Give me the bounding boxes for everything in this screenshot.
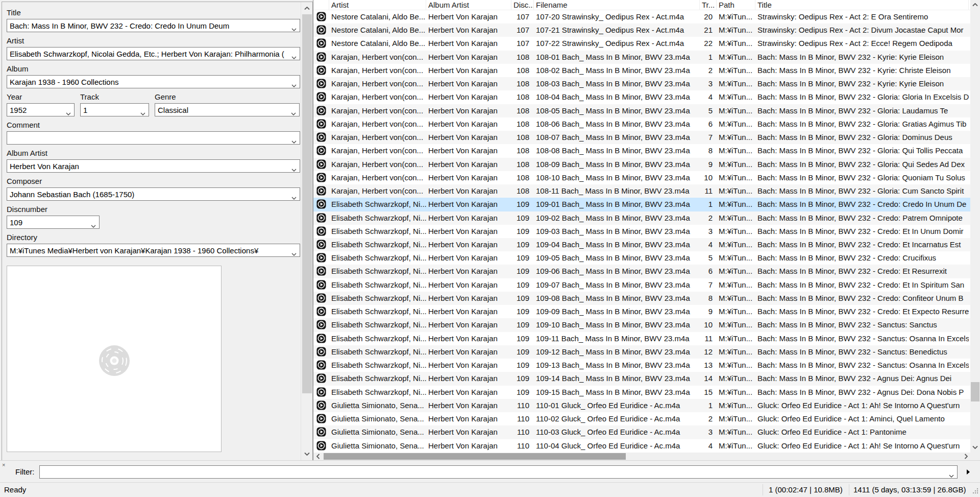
title-input[interactable] [7, 19, 300, 32]
year-combobox[interactable] [7, 103, 75, 116]
scroll-up-icon[interactable] [301, 3, 313, 13]
filter-close-icon[interactable]: × [2, 462, 5, 467]
scroll-left-icon[interactable] [314, 453, 323, 460]
table-row[interactable]: Giulietta Simionato, Sena... Herbert Von… [313, 412, 970, 425]
table-row[interactable]: Giulietta Simionato, Sena... Herbert Von… [313, 425, 970, 439]
table-row[interactable]: Elisabeth Schwarzkopf, Ni... Herbert Von… [313, 345, 970, 359]
table-row[interactable]: Elisabeth Schwarzkopf, Ni... Herbert Von… [313, 386, 970, 399]
table-row[interactable]: Elisabeth Schwarzkopf, Ni... Herbert Von… [313, 211, 970, 225]
cell-path: M:¥iTun... [717, 117, 755, 131]
resize-grip[interactable] [972, 487, 979, 496]
column-header-title[interactable]: Title [755, 0, 969, 10]
chevron-down-icon[interactable] [291, 164, 297, 168]
composer-combobox[interactable] [7, 187, 300, 201]
cell-artist: Elisabeth Schwarzkopf, Ni... [329, 359, 426, 372]
table-row[interactable]: Nestore Catalani, Aldo Be... Herbert Von… [313, 23, 970, 37]
column-header-filename[interactable]: Filename [534, 0, 700, 10]
discnumber-label: Discnumber [7, 205, 300, 214]
chevron-down-icon[interactable] [291, 52, 297, 55]
table-row[interactable]: Elisabeth Schwarzkopf, Ni... Herbert Von… [313, 332, 970, 345]
table-row[interactable]: Karajan, Herbert von(con... Herbert Von … [313, 77, 970, 90]
genre-input[interactable] [155, 104, 299, 116]
chevron-down-icon[interactable] [66, 108, 71, 111]
table-row[interactable]: Giulietta Simionato, Sena... Herbert Von… [313, 439, 970, 453]
album-combobox[interactable] [7, 75, 300, 88]
table-row[interactable]: Nestore Catalani, Aldo Be... Herbert Von… [313, 10, 970, 23]
chevron-down-icon[interactable] [291, 80, 297, 83]
chevron-down-icon[interactable] [949, 470, 954, 474]
scrollbar-thumb[interactable] [324, 453, 626, 460]
comment-combobox[interactable] [7, 131, 300, 145]
cell-filename: 109-01 Bach_ Mass In B Minor, BWV 23.m4a [534, 198, 700, 211]
scrollbar-thumb[interactable] [302, 14, 312, 393]
directory-input[interactable] [7, 244, 300, 256]
track-input[interactable] [81, 104, 149, 116]
composer-input[interactable] [7, 188, 300, 200]
album-artist-input[interactable] [7, 160, 300, 172]
chevron-down-icon[interactable] [91, 221, 96, 224]
table-row[interactable]: Karajan, Herbert von(con... Herbert Von … [313, 131, 970, 144]
table-row[interactable]: Elisabeth Schwarzkopf, Ni... Herbert Von… [313, 292, 970, 305]
table-row[interactable]: Elisabeth Schwarzkopf, Ni... Herbert Von… [313, 251, 970, 265]
table-row[interactable]: Elisabeth Schwarzkopf, Ni... Herbert Von… [313, 225, 970, 238]
table-row[interactable]: Karajan, Herbert von(con... Herbert Von … [313, 90, 970, 104]
column-header-path[interactable]: Path [717, 0, 755, 10]
cell-artist: Karajan, Herbert von(con... [329, 51, 426, 64]
table-row[interactable]: Karajan, Herbert von(con... Herbert Von … [313, 51, 970, 64]
album-input[interactable] [7, 76, 300, 88]
scroll-right-icon[interactable] [962, 453, 970, 460]
chevron-down-icon[interactable] [140, 108, 145, 111]
chevron-down-icon[interactable] [291, 193, 297, 196]
column-header-album_artist[interactable]: Album Artist [426, 0, 511, 10]
chevron-down-icon[interactable] [291, 24, 297, 27]
title-combobox[interactable] [7, 19, 300, 32]
table-row[interactable]: Elisabeth Schwarzkopf, Ni... Herbert Von… [313, 278, 970, 292]
table-row[interactable]: Karajan, Herbert von(con... Herbert Von … [313, 104, 970, 117]
table-row[interactable]: Karajan, Herbert von(con... Herbert Von … [313, 184, 970, 198]
column-header-disc[interactable]: Disc... [511, 0, 534, 10]
table-row[interactable]: Karajan, Herbert von(con... Herbert Von … [313, 117, 970, 131]
genre-combobox[interactable] [155, 103, 300, 116]
list-vertical-scrollbar[interactable] [970, 0, 980, 453]
table-row[interactable]: Giulietta Simionato, Sena... Herbert Von… [313, 399, 970, 412]
comment-input[interactable] [7, 132, 300, 144]
filter-input[interactable] [40, 466, 957, 478]
table-row[interactable]: Karajan, Herbert von(con... Herbert Von … [313, 64, 970, 77]
scrollbar-thumb[interactable] [971, 382, 979, 401]
table-row[interactable]: Karajan, Herbert von(con... Herbert Von … [313, 171, 970, 184]
column-header-track[interactable]: Tr... [700, 0, 717, 10]
table-row[interactable]: Elisabeth Schwarzkopf, Ni... Herbert Von… [313, 318, 970, 332]
cell-path: M:¥iTun... [717, 386, 755, 399]
artist-input[interactable] [7, 48, 300, 60]
filter-apply-button[interactable] [962, 465, 975, 479]
table-row[interactable]: Elisabeth Schwarzkopf, Ni... Herbert Von… [313, 305, 970, 318]
artist-combobox[interactable] [7, 47, 300, 60]
comment-label: Comment [7, 121, 300, 130]
scroll-up-icon[interactable] [970, 1, 980, 9]
table-row[interactable]: Elisabeth Schwarzkopf, Ni... Herbert Von… [313, 198, 970, 211]
table-row[interactable]: Karajan, Herbert von(con... Herbert Von … [313, 158, 970, 171]
column-header-icon[interactable] [313, 0, 329, 10]
album-art-box[interactable] [7, 266, 222, 452]
tag-panel-scrollbar[interactable] [301, 2, 312, 460]
discnumber-combobox[interactable] [7, 216, 100, 229]
filter-combobox[interactable] [39, 465, 958, 479]
discnumber-input[interactable] [7, 216, 99, 228]
table-row[interactable]: Elisabeth Schwarzkopf, Ni... Herbert Von… [313, 372, 970, 385]
track-combobox[interactable] [80, 103, 149, 116]
column-header-artist[interactable]: Artist [329, 0, 426, 10]
table-row[interactable]: Karajan, Herbert von(con... Herbert Von … [313, 144, 970, 157]
table-row[interactable]: Elisabeth Schwarzkopf, Ni... Herbert Von… [313, 265, 970, 278]
chevron-down-icon[interactable] [291, 136, 297, 139]
directory-combobox[interactable] [7, 244, 300, 257]
list-horizontal-scrollbar[interactable] [313, 453, 970, 460]
chevron-down-icon[interactable] [291, 249, 297, 252]
table-row[interactable]: Elisabeth Schwarzkopf, Ni... Herbert Von… [313, 238, 970, 251]
scroll-down-icon[interactable] [970, 443, 980, 452]
scroll-down-icon[interactable] [301, 448, 313, 459]
chevron-down-icon[interactable] [291, 108, 296, 111]
table-row[interactable]: Elisabeth Schwarzkopf, Ni... Herbert Von… [313, 359, 970, 372]
table-row[interactable]: Nestore Catalani, Aldo Be... Herbert Von… [313, 37, 970, 50]
year-input[interactable] [7, 104, 74, 116]
album-artist-combobox[interactable] [7, 159, 300, 173]
